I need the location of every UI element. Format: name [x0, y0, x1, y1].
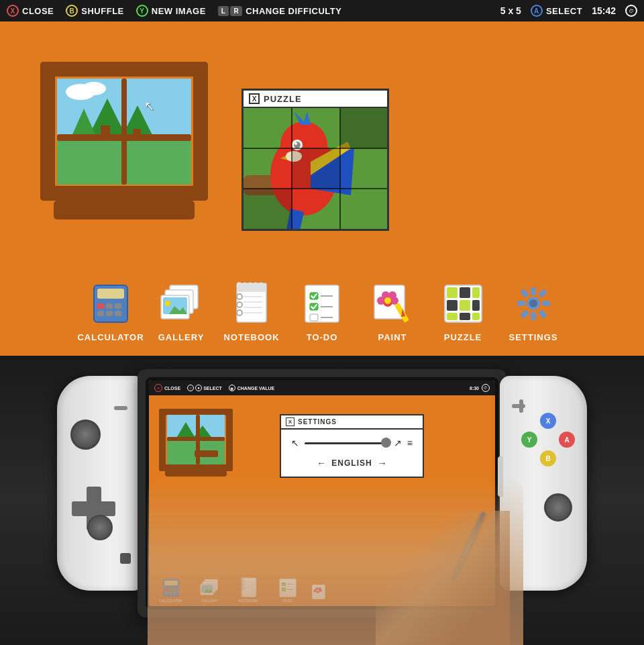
svg-rect-92 — [159, 409, 233, 415]
svg-point-69 — [384, 297, 391, 304]
svg-rect-60 — [310, 314, 318, 321]
time-display: 15:42 — [592, 5, 616, 16]
svg-rect-81 — [472, 313, 480, 320]
cursor-speed-row: ↖ ↗ ≡ — [291, 438, 413, 448]
app-icon-todo[interactable]: TO-DO — [288, 280, 356, 342]
arrow-left-icon[interactable]: ← — [317, 458, 326, 468]
l-button: L — [218, 6, 229, 16]
svg-rect-33 — [97, 303, 104, 309]
svg-rect-73 — [447, 287, 458, 298]
y-button[interactable]: Y — [521, 432, 537, 448]
grid-size-label: 5 x 5 — [500, 5, 521, 16]
bottom-section: + CLOSE ○ ● SELECT ◉ CHANGE VALUE 8:30 — [0, 356, 644, 645]
b-button[interactable]: B — [540, 450, 556, 466]
puzzle-titlebar: X PUZZLE — [244, 91, 387, 108]
gallery-label: GALLERY — [158, 332, 205, 342]
select-label: SELECT — [546, 6, 582, 16]
right-hand-overlay — [376, 511, 510, 645]
game-area: ↖ X PUZZLE — [0, 21, 644, 356]
svg-rect-80 — [460, 313, 470, 320]
puzzle-window[interactable]: X PUZZLE — [241, 89, 389, 231]
screen-select-label: SELECT — [203, 386, 222, 391]
todo-icon — [299, 280, 345, 327]
puzzle-icon — [439, 280, 486, 327]
extra-cursor-icon: ≡ — [407, 438, 413, 448]
screen-close-label: CLOSE — [164, 386, 180, 391]
speed-slider-track[interactable] — [305, 442, 388, 444]
paint-label: PAINT — [378, 332, 407, 342]
abxy-buttons: X A B Y — [521, 413, 575, 466]
svg-rect-36 — [97, 311, 104, 316]
right-thumbstick — [544, 493, 572, 522]
change-difficulty-item[interactable]: L R CHANGE DIFFICULTY — [218, 6, 342, 16]
lr-buttons: L R — [218, 6, 242, 16]
app-icon-gallery[interactable]: GALLERY — [148, 280, 215, 342]
svg-rect-94 — [159, 409, 166, 471]
svg-rect-1 — [40, 186, 208, 201]
shuffle-label: SHUFFLE — [81, 6, 123, 16]
app-icon-paint[interactable]: PAINT — [359, 280, 426, 342]
svg-point-21 — [294, 142, 301, 148]
svg-rect-4 — [54, 201, 195, 219]
language-row: ← ENGLISH → — [291, 458, 413, 468]
app-icon-calculator[interactable]: CALCULATOR — [77, 280, 144, 342]
svg-rect-90 — [519, 309, 529, 318]
svg-rect-75 — [472, 287, 480, 298]
close-label: CLOSE — [22, 6, 54, 16]
arrow-right-icon[interactable]: → — [378, 458, 387, 468]
speed-slider-thumb — [381, 438, 391, 448]
paint-icon — [369, 280, 416, 327]
app-icon-settings[interactable]: SETTINGS — [500, 280, 567, 342]
screen-window-illustration — [156, 405, 236, 482]
screen-o-btn: ○ — [187, 385, 194, 391]
clock-icon: ⏱ — [625, 5, 637, 17]
svg-rect-38 — [115, 311, 121, 316]
puzzle-title: PUZZLE — [264, 94, 302, 104]
cursor-right-icon: ↗ — [394, 438, 402, 448]
svg-rect-84 — [531, 287, 536, 295]
shuffle-button-item[interactable]: B SHUFFLE — [66, 5, 123, 17]
svg-point-67 — [390, 297, 398, 305]
svg-point-83 — [529, 299, 537, 307]
puzzle-image-area — [244, 108, 387, 229]
calculator-label: CALCULATOR — [77, 332, 144, 342]
window-frame-svg — [34, 55, 215, 223]
svg-rect-32 — [97, 289, 124, 299]
notebook-label: NOTEBOOK — [223, 332, 279, 342]
change-difficulty-label: CHANGE DIFFICULTY — [246, 6, 341, 16]
select-button-item[interactable]: A SELECT — [531, 5, 582, 17]
screen-settings-title: SETTINGS — [298, 418, 337, 426]
top-bar: X CLOSE B SHUFFLE Y NEW IMAGE L R CHANGE… — [0, 0, 644, 21]
screen-settings-titlebar: X SETTINGS — [281, 415, 423, 430]
svg-rect-88 — [519, 288, 529, 297]
puzzle-close-btn[interactable]: X — [249, 93, 260, 104]
settings-icon — [510, 280, 557, 327]
x-button[interactable]: X — [540, 413, 556, 429]
app-icons-row: CALCULATOR — [0, 280, 644, 342]
svg-rect-91 — [537, 309, 547, 318]
svg-rect-89 — [537, 288, 547, 297]
a-button[interactable]: A — [559, 432, 575, 448]
plus-button — [512, 404, 525, 413]
screen-select-item: ○ ● SELECT — [187, 385, 222, 391]
svg-point-22 — [294, 142, 297, 145]
screen-a-btn: ● — [195, 385, 202, 391]
screen-chg-btn: ◉ — [229, 385, 235, 391]
settings-label: SETTINGS — [508, 332, 557, 342]
cursor-left-icon: ↖ — [291, 438, 299, 448]
svg-rect-85 — [531, 312, 536, 320]
app-icon-notebook[interactable]: NOTEBOOK — [218, 280, 285, 342]
screen-settings-window[interactable]: X SETTINGS ↖ ↗ ≡ — [280, 414, 424, 478]
screen-settings-close[interactable]: X — [286, 417, 294, 426]
svg-rect-74 — [460, 287, 470, 298]
new-image-button-item[interactable]: Y NEW IMAGE — [136, 5, 206, 17]
x-button-icon: X — [7, 5, 19, 17]
screen-time: 8:30 — [470, 386, 479, 391]
close-button-item[interactable]: X CLOSE — [7, 5, 54, 17]
app-icon-puzzle[interactable]: PUZZLE — [429, 280, 496, 342]
svg-rect-35 — [115, 303, 121, 309]
screen-clock: ⏱ — [482, 384, 490, 392]
svg-rect-30 — [244, 189, 292, 229]
left-bottom-stick — [87, 515, 113, 540]
new-image-label: NEW IMAGE — [152, 6, 206, 16]
